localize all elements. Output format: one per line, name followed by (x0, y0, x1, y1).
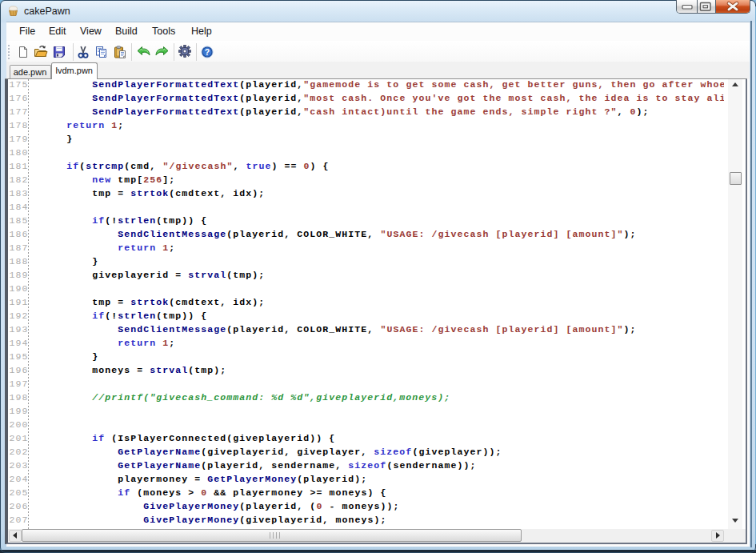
svg-text:?: ? (205, 47, 210, 57)
